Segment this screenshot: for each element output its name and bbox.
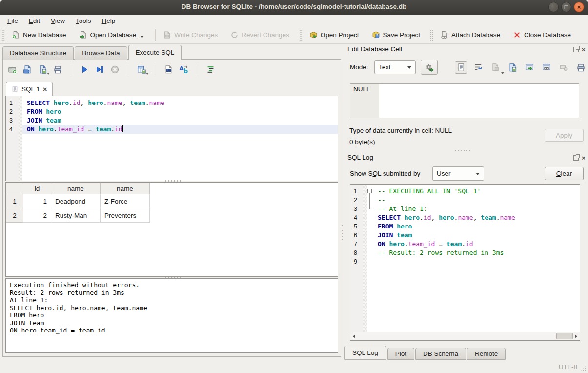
results-table: idnamename11DeadpondZ-Force22Rusty-ManPr…	[6, 183, 150, 223]
cell-name[interactable]: Rusty-Man	[51, 208, 101, 223]
execute-current-line-button[interactable]	[95, 64, 104, 74]
copy-link-button[interactable]	[540, 61, 553, 74]
open-sql-tab-button[interactable]	[7, 64, 17, 74]
fold-margin	[363, 249, 367, 257]
write-changes-label: Write Changes	[174, 31, 218, 39]
bottom-tab-db-schema[interactable]: DB Schema	[415, 348, 466, 360]
fold-collapse-icon[interactable]	[367, 189, 372, 193]
menu-tools[interactable]: Tools	[70, 16, 97, 26]
cell-id[interactable]: 2	[23, 208, 51, 223]
menu-help[interactable]: Help	[97, 16, 121, 26]
text-mode-button[interactable]	[455, 61, 467, 74]
float-panel-icon[interactable]	[573, 47, 579, 52]
main-splitter[interactable]	[341, 224, 344, 240]
scroll-right-icon[interactable]	[572, 332, 580, 340]
bottom-tab-sql-log[interactable]: SQL Log	[344, 346, 386, 360]
fold-margin	[19, 116, 22, 125]
log-horizontal-scrollbar[interactable]	[350, 332, 580, 340]
save-results-view-icon	[137, 65, 146, 74]
find-button[interactable]	[163, 64, 173, 74]
sql-doc-tab[interactable]: SQL 1 ×	[6, 82, 53, 96]
message-line: Execution finished without errors.	[10, 281, 334, 289]
save-sql-file-button[interactable]	[38, 64, 47, 74]
fold-margin	[363, 240, 367, 249]
float-panel-icon[interactable]	[573, 155, 579, 161]
toolbar-grip[interactable]	[1, 30, 5, 41]
scrollbar-thumb[interactable]	[556, 333, 573, 339]
new-database-button[interactable]: New Database	[7, 28, 71, 41]
auto-switch-mode-button[interactable]	[421, 60, 438, 75]
word-wrap-button[interactable]	[472, 61, 485, 74]
text-cursor	[122, 125, 123, 132]
mode-select[interactable]: Text	[374, 60, 416, 74]
corner-header[interactable]	[6, 183, 23, 194]
toolbar-grip[interactable]	[430, 30, 433, 41]
cell-editor[interactable]: NULL	[350, 83, 579, 118]
menu-file[interactable]: File	[2, 16, 23, 26]
execute-sql-panel: Ab SQL 1 × 1SELECT hero.id, hero.name, t…	[2, 59, 341, 357]
cell-id[interactable]: 1	[23, 194, 51, 208]
toolbar-separator	[197, 63, 197, 75]
save-results-view-button[interactable]	[137, 64, 146, 74]
message-line: At line 1:	[10, 296, 334, 304]
column-header-id[interactable]: id	[23, 183, 51, 194]
export-data-button[interactable]	[506, 61, 519, 74]
row-header[interactable]: 1	[6, 194, 23, 208]
print-cell-icon	[576, 63, 586, 72]
execute-all-button[interactable]	[80, 64, 89, 74]
close-database-button[interactable]: Close Database	[508, 28, 575, 41]
cell-name[interactable]: Preventers	[101, 208, 150, 223]
find-replace-button[interactable]: Ab	[179, 64, 188, 74]
close-panel-icon[interactable]: ×	[582, 155, 586, 161]
code-text: SELECT hero.id, hero.name, team.name	[22, 99, 338, 107]
open-project-button[interactable]: Open Project	[305, 28, 364, 41]
attach-database-button[interactable]: Attach Database	[436, 28, 505, 41]
maximize-button[interactable]: □	[561, 2, 571, 12]
close-button[interactable]: ×	[574, 2, 584, 12]
edit-cell-toolbar	[455, 61, 587, 74]
cell-name[interactable]: Deadpond	[51, 194, 101, 208]
fold-margin	[19, 99, 22, 107]
row-header[interactable]: 2	[6, 208, 23, 223]
save-project-button[interactable]: Save Project	[367, 28, 425, 41]
fold-margin	[363, 222, 367, 231]
line-number: 4	[6, 125, 19, 134]
column-header-name[interactable]: name	[101, 183, 150, 194]
bottom-tab-plot[interactable]: Plot	[387, 348, 414, 360]
fold-column	[367, 222, 373, 231]
sql-log-title: SQL Log	[347, 154, 373, 161]
print-sql-button[interactable]	[53, 64, 62, 74]
open-in-external-button[interactable]	[523, 61, 536, 74]
sql-log-filter-select[interactable]: User	[432, 166, 484, 181]
sql-log-dock-buttons: ×	[573, 155, 586, 161]
minimize-button[interactable]: −	[548, 2, 559, 12]
bottom-tab-remote[interactable]: Remote	[467, 348, 506, 360]
open-database-button[interactable]: Open Database	[75, 28, 149, 41]
print-cell-button[interactable]	[574, 61, 587, 74]
log-line-1: 1-- EXECUTING ALL IN 'SQL 1'	[350, 187, 580, 196]
close-panel-icon[interactable]: ×	[582, 47, 586, 52]
column-header-name[interactable]: name	[51, 183, 101, 194]
sql-editor[interactable]: 1SELECT hero.id, hero.name, team.name2FR…	[5, 96, 338, 181]
scroll-left-icon[interactable]	[350, 332, 358, 340]
apply-button: Apply	[545, 129, 584, 142]
fold-column	[367, 231, 373, 240]
cell-name[interactable]: Z-Force	[101, 194, 150, 208]
import-data-icon	[491, 63, 500, 72]
resize-grip[interactable]	[580, 365, 587, 372]
tab-database-structure[interactable]: Database Structure	[2, 46, 74, 60]
clear-log-button[interactable]: Clear	[545, 167, 584, 180]
open-database-icon	[79, 31, 87, 39]
menu-edit[interactable]: Edit	[23, 16, 45, 26]
menu-view[interactable]: View	[45, 16, 70, 26]
chevron-down-icon	[140, 36, 144, 38]
open-sql-file-button[interactable]	[22, 64, 32, 74]
close-tab-icon[interactable]: ×	[43, 85, 47, 93]
format-sql-button[interactable]	[205, 64, 215, 74]
splitter-docks[interactable]	[454, 149, 472, 152]
tab-execute-sql[interactable]: Execute SQL	[128, 45, 182, 60]
find-icon	[164, 65, 173, 74]
find-replace-icon: Ab	[179, 65, 188, 74]
toolbar-grip[interactable]	[299, 30, 303, 41]
tab-browse-data[interactable]: Browse Data	[75, 46, 127, 60]
